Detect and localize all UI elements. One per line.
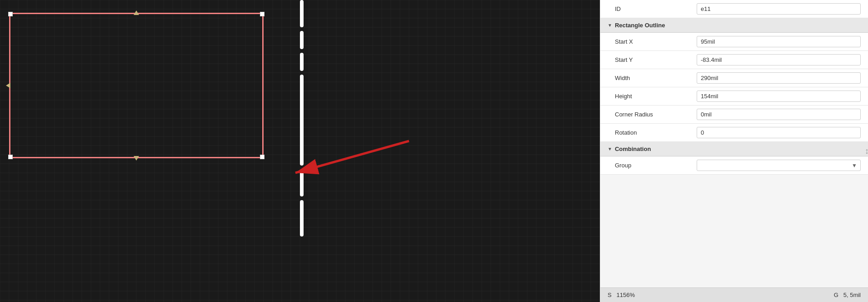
status-grid: G 5, 5mil: [834, 292, 861, 298]
handle-mid-top[interactable]: [134, 10, 139, 15]
input-corner-radius[interactable]: [697, 109, 861, 120]
label-height: Height: [615, 93, 697, 100]
value-width: [697, 72, 861, 84]
scroll-area[interactable]: ID ▼ Rectangle Outline Start X Start Y: [600, 0, 868, 302]
input-start-y[interactable]: [697, 54, 861, 65]
group-select[interactable]: [697, 160, 861, 171]
section-title-rectangle-outline: Rectangle Outline: [615, 22, 665, 29]
input-height[interactable]: [697, 91, 861, 102]
input-start-x[interactable]: [697, 36, 861, 47]
prop-row-rotation: Rotation: [600, 124, 868, 142]
prop-row-width: Width ↕↔: [600, 69, 868, 87]
input-rotation[interactable]: [697, 127, 861, 138]
status-scale: S 1156%: [608, 292, 635, 298]
dashed-line: [300, 0, 304, 302]
handle-mid-bottom[interactable]: [134, 156, 139, 161]
resize-handle-icon: ↕↔: [865, 146, 868, 156]
label-start-x: Start X: [615, 38, 697, 45]
handle-mid-left[interactable]: [6, 83, 10, 88]
section-title-combination: Combination: [615, 146, 651, 152]
grid-label: G: [834, 292, 838, 298]
scale-value: 1156%: [617, 292, 635, 298]
prop-row-group: Group ▼: [600, 156, 868, 175]
dash-6: [300, 200, 304, 237]
panel-wrapper: ID ▼ Rectangle Outline Start X Start Y: [600, 0, 868, 302]
label-rotation: Rotation: [615, 129, 697, 136]
handle-top-right[interactable]: [260, 12, 264, 16]
prop-row-height: Height: [600, 87, 868, 106]
label-width: Width: [615, 75, 697, 81]
id-label: ID: [615, 5, 697, 12]
collapse-icon-combination: ▼: [608, 146, 612, 151]
handle-top-left[interactable]: [8, 12, 13, 16]
value-height: [697, 91, 861, 102]
value-rotation: [697, 127, 861, 138]
label-group: Group: [615, 162, 697, 169]
value-corner-radius: [697, 109, 861, 120]
section-header-combination[interactable]: ▼ Combination: [600, 142, 868, 156]
label-corner-radius: Corner Radius: [615, 111, 697, 118]
dash-2: [300, 31, 304, 49]
label-start-y: Start Y: [615, 56, 697, 63]
prop-row-start-y: Start Y: [600, 51, 868, 69]
canvas-area[interactable]: [0, 0, 600, 302]
group-select-wrapper: ▼: [697, 160, 861, 171]
handle-bottom-left[interactable]: [8, 155, 13, 159]
value-start-y: [697, 54, 861, 65]
dash-3: [300, 53, 304, 71]
value-start-x: [697, 36, 861, 47]
scale-label: S: [608, 292, 612, 298]
id-input[interactable]: [697, 3, 861, 15]
dash-4: [300, 75, 304, 166]
prop-row-start-x: Start X: [600, 33, 868, 51]
dash-1: [300, 0, 304, 27]
rectangle-shape[interactable]: [9, 13, 264, 158]
prop-row-corner-radius: Corner Radius: [600, 106, 868, 124]
handle-bottom-right[interactable]: [260, 155, 264, 159]
section-header-rectangle-outline[interactable]: ▼ Rectangle Outline: [600, 18, 868, 33]
id-value: [697, 3, 861, 15]
dash-5: [300, 169, 304, 196]
right-panel: ID ▼ Rectangle Outline Start X Start Y: [600, 0, 868, 302]
id-row: ID: [600, 0, 868, 18]
grid-value: 5, 5mil: [843, 292, 861, 298]
status-bar: S 1156% G 5, 5mil: [600, 287, 868, 302]
collapse-icon-rect: ▼: [608, 23, 612, 28]
input-width[interactable]: [697, 72, 861, 84]
